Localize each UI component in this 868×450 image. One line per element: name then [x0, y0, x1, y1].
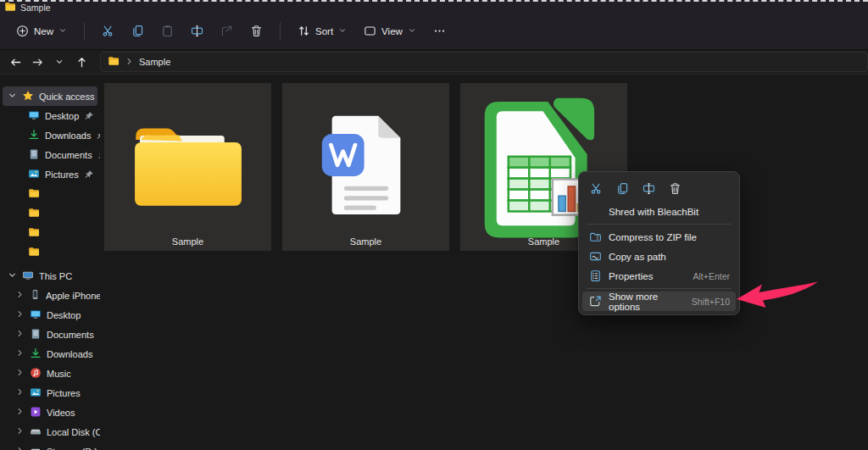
chevron-down-icon — [58, 26, 67, 35]
delete-icon — [250, 25, 263, 37]
navigation-pane: Quick accessDesktopDownloadsDocumentsPic… — [0, 75, 100, 450]
folder-tab-icon — [4, 1, 16, 13]
folder-icon — [28, 246, 40, 258]
sidebar-item-folder-7[interactable] — [3, 242, 97, 262]
videos-icon — [30, 406, 42, 418]
sidebar-item-pictures[interactable]: Pictures — [3, 164, 97, 184]
sidebar-item-desktop[interactable]: Desktop — [3, 106, 97, 125]
breadcrumb-folder-icon — [108, 55, 120, 69]
sidebar-item-label: Apple iPhone — [46, 291, 100, 301]
sidebar-item-folder-4[interactable] — [3, 184, 97, 203]
sidebar-item-desktop[interactable]: Desktop — [3, 305, 97, 325]
sidebar-item-label: Desktop — [45, 111, 79, 121]
menu-item-properties[interactable]: PropertiesAlt+Enter — [582, 266, 736, 286]
sidebar-item-label: Videos — [47, 408, 75, 418]
downloads-icon — [28, 129, 40, 141]
sidebar-item-storage-d[interactable]: Storage (D:) — [3, 442, 97, 450]
sidebar-item-label: Desktop — [47, 310, 81, 320]
chevron-down-icon — [338, 26, 347, 35]
menu-item-label: Compress to ZIP file — [609, 232, 697, 242]
copy-icon — [616, 182, 629, 195]
sort-button[interactable]: Sort — [290, 19, 354, 44]
sidebar-item-pictures[interactable]: Pictures — [3, 383, 97, 403]
rename-button[interactable] — [183, 19, 211, 44]
sidebar-item-documents[interactable]: Documents — [3, 325, 97, 344]
chevron-right-icon — [15, 446, 25, 450]
recent-locations-chevron-icon — [54, 57, 64, 67]
folder-icon — [28, 207, 40, 219]
menu-item-label: Copy as path — [609, 252, 666, 262]
breadcrumb-folder-icon — [108, 55, 120, 67]
sidebar-item-videos[interactable]: Videos — [3, 403, 97, 422]
up-button[interactable] — [71, 52, 92, 72]
menu-delete-button[interactable] — [665, 179, 685, 197]
chevron-right-icon — [15, 290, 25, 299]
navigation-bar: Sample — [0, 49, 868, 75]
folder-icon — [28, 187, 40, 199]
chevron-right-icon — [15, 309, 25, 319]
share-button[interactable] — [213, 19, 241, 44]
menu-item-show-more-options[interactable]: Show more optionsShift+F10 — [582, 292, 736, 311]
file-name: Sample — [282, 236, 449, 247]
back-arrow-icon — [9, 56, 22, 69]
menu-item-label: Show more options — [609, 292, 685, 312]
file-tile-word-document[interactable]: Sample — [282, 83, 449, 251]
menu-cut-button[interactable] — [586, 179, 606, 197]
show-more-icon — [589, 295, 602, 308]
downloads-icon — [30, 347, 42, 359]
sidebar-section-quick-access[interactable]: Quick access — [3, 86, 97, 106]
folder-icon — [28, 226, 40, 238]
sidebar-item-local-disk-c[interactable]: Local Disk (C:) — [3, 422, 97, 442]
sidebar-item-folder-5[interactable] — [3, 203, 97, 223]
paste-button[interactable] — [153, 19, 181, 44]
breadcrumb[interactable]: Sample — [139, 57, 170, 67]
copy-button[interactable] — [124, 19, 152, 44]
documents-icon — [30, 328, 42, 340]
cut-icon — [590, 182, 603, 195]
sidebar-item-label: Pictures — [47, 388, 81, 398]
cut-button[interactable] — [94, 19, 122, 44]
menu-item-shortcut: Alt+Enter — [693, 271, 730, 281]
sort-button-label: Sort — [315, 26, 333, 36]
forward-arrow-icon — [31, 56, 44, 69]
recent-locations-button[interactable] — [49, 52, 70, 72]
more-icon — [433, 25, 446, 37]
view-button[interactable]: View — [356, 19, 424, 44]
sidebar-item-downloads[interactable]: Downloads — [3, 344, 97, 364]
menu-separator — [587, 288, 732, 289]
chevron-right-icon — [15, 387, 25, 397]
pictures-icon — [28, 168, 40, 180]
sidebar-item-music[interactable]: Music — [3, 364, 97, 383]
sidebar-item-folder-6[interactable] — [3, 223, 97, 242]
sidebar-item-apple-iphone[interactable]: Apple iPhone — [3, 286, 97, 305]
delete-button[interactable] — [242, 19, 270, 44]
new-button[interactable]: New — [8, 19, 75, 44]
menu-rename-button[interactable] — [638, 179, 659, 197]
file-tile-folder[interactable]: Sample — [104, 83, 271, 251]
see-more-button[interactable] — [426, 19, 453, 44]
menu-item-copy-as-path[interactable]: Copy as path — [582, 247, 736, 266]
tab-title[interactable]: Sample — [20, 3, 51, 13]
new-button-label: New — [34, 26, 53, 36]
menu-item-shred-with-bleachbit[interactable]: Shred with BleachBit — [582, 202, 736, 221]
back-button[interactable] — [5, 52, 25, 72]
forward-button[interactable] — [27, 52, 47, 72]
sidebar-section-label: Quick access — [39, 92, 94, 102]
menu-copy-button[interactable] — [612, 179, 632, 197]
view-icon — [364, 25, 376, 37]
sidebar-section-this-pc[interactable]: This PC — [3, 266, 97, 286]
sidebar-item-label: Local Disk (C:) — [47, 427, 100, 437]
file-list-area[interactable]: SampleSampleSample — [100, 75, 868, 450]
sort-icon — [298, 25, 310, 37]
rename-icon — [191, 25, 203, 37]
sidebar-item-documents[interactable]: Documents — [3, 145, 97, 164]
pictures-icon — [30, 386, 42, 398]
address-bar[interactable]: Sample — [100, 52, 868, 72]
menu-item-compress-to-zip-file[interactable]: Compress to ZIP file — [582, 227, 736, 247]
word-document-thumbnail-icon — [302, 102, 431, 231]
computer-icon — [22, 269, 34, 281]
desktop-icon — [28, 109, 40, 121]
breadcrumb-chevron-icon — [125, 57, 134, 68]
toolbar-separator — [280, 22, 281, 41]
sidebar-item-downloads[interactable]: Downloads — [3, 125, 97, 145]
